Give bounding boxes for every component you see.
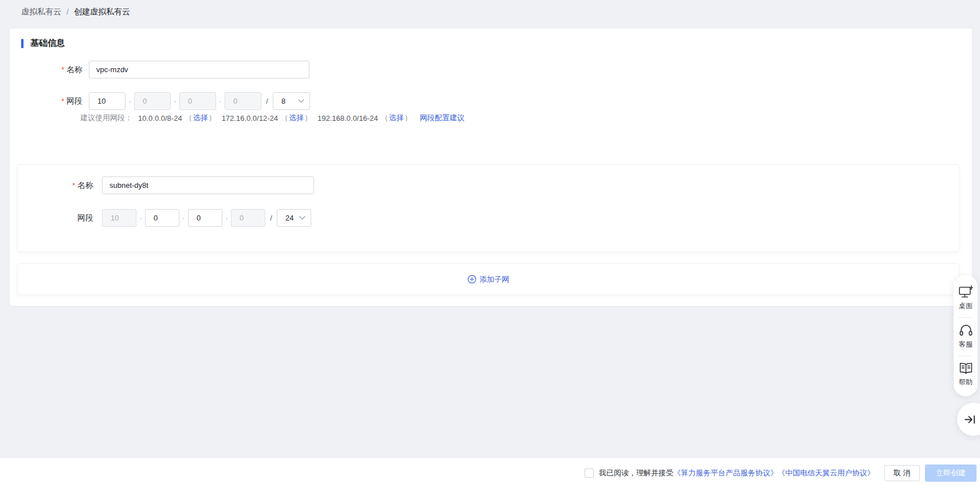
subnet-cidr-mask-select[interactable]: 24	[277, 209, 311, 227]
paren: ）	[209, 113, 216, 123]
required-asterisk: *	[72, 181, 75, 190]
chevron-down-icon	[299, 216, 305, 220]
subnet-cidr-octet-3[interactable]	[188, 209, 222, 227]
user-agreement-link[interactable]: 《中国电信天翼云用户协议》	[778, 468, 875, 478]
collapse-toolbar-button[interactable]	[957, 403, 980, 436]
vpc-cidr-row: *网段 · · · / 8	[10, 92, 310, 110]
required-asterisk: *	[61, 97, 64, 105]
sidebar-item-label: 帮助	[959, 377, 973, 387]
select-cidr-link-1[interactable]: 选择	[193, 113, 208, 123]
subnet-cidr-octet-2[interactable]	[145, 209, 179, 227]
breadcrumb-parent[interactable]: 虚拟私有云	[21, 7, 61, 17]
footer-bar: 我已阅读，理解并接受 《算力服务平台产品服务协议》 《中国电信天翼云用户协议》 …	[0, 457, 980, 488]
create-vpc-card: 基础信息 *名称 *网段 · · · / 8 建议使用网段： 10.0.0.0/…	[10, 29, 972, 306]
desktop-plus-icon	[959, 285, 973, 298]
divider	[958, 317, 973, 318]
octet-dot: ·	[171, 97, 179, 105]
paren: ）	[404, 113, 411, 123]
subnet-cidr-octet-1	[102, 209, 136, 227]
breadcrumb-current: 创建虚拟私有云	[74, 7, 130, 17]
add-subnet-card: 添加子网	[17, 263, 959, 295]
vpc-cidr-octet-4	[225, 92, 261, 110]
octet-dot: ·	[222, 214, 231, 222]
subnet-cidr-octet-4	[231, 209, 265, 227]
side-toolbar: 桌面 客服 帮助	[954, 275, 978, 396]
octet-dot: ·	[179, 214, 188, 222]
paren: ）	[304, 113, 312, 123]
paren: （	[381, 113, 388, 123]
divider	[958, 356, 973, 356]
paren: （	[185, 113, 193, 123]
sidebar-item-desktop[interactable]: 桌面	[959, 282, 973, 314]
platform-agreement-link[interactable]: 《算力服务平台产品服务协议》	[673, 468, 778, 478]
vpc-cidr-octet-1[interactable]	[89, 92, 126, 110]
subnet-name-input[interactable]	[102, 176, 314, 194]
vpc-cidr-octet-3	[179, 92, 216, 110]
suggestion-label: 建议使用网段：	[80, 113, 132, 123]
select-cidr-link-3[interactable]: 选择	[389, 113, 403, 123]
octet-dot: ·	[126, 97, 134, 105]
subnet-cidr-row: 网段 · · · / 24	[18, 209, 311, 227]
collapse-right-icon	[965, 415, 975, 424]
circle-plus-icon	[468, 275, 476, 284]
sidebar-item-label: 桌面	[959, 301, 973, 311]
select-cidr-link-2[interactable]: 选择	[289, 113, 304, 123]
sidebar-item-help[interactable]: 帮助	[959, 359, 973, 391]
breadcrumb-separator: /	[66, 7, 69, 17]
create-now-button[interactable]: 立即创建	[925, 465, 977, 482]
agreement-text: 我已阅读，理解并接受	[599, 468, 673, 478]
required-asterisk: *	[61, 65, 64, 74]
cancel-button[interactable]: 取 消	[884, 465, 920, 481]
section-bar	[21, 39, 23, 48]
add-subnet-label: 添加子网	[480, 274, 509, 285]
vpc-name-input[interactable]	[89, 61, 309, 78]
subnet-name-row: *名称	[18, 176, 314, 194]
cidr-suggestion-row: 建议使用网段： 10.0.0.0/8-24 （ 选择 ） 172.16.0.0/…	[80, 113, 464, 123]
sidebar-item-support[interactable]: 客服	[959, 321, 973, 353]
cidr-slash: /	[261, 97, 273, 105]
subnet-cidr-mask-value: 24	[285, 214, 293, 222]
octet-dot: ·	[136, 214, 145, 222]
cidr-slash: /	[265, 214, 277, 222]
subnet-name-label: *名称	[18, 180, 93, 191]
subnet-card: *名称 网段 · · · / 24	[17, 164, 959, 252]
vpc-name-label: *名称	[10, 65, 83, 75]
octet-dot: ·	[216, 97, 225, 105]
vpc-cidr-mask-select[interactable]: 8	[273, 92, 310, 110]
paren: （	[281, 113, 288, 123]
headset-icon	[959, 324, 973, 337]
chevron-down-icon	[298, 99, 304, 103]
vpc-cidr-mask-value: 8	[281, 97, 285, 105]
basic-info-section-header: 基础信息	[21, 38, 65, 49]
cidr-config-advice-link[interactable]: 网段配置建议	[420, 113, 464, 123]
book-icon	[959, 363, 973, 375]
basic-info-title: 基础信息	[30, 38, 65, 49]
vpc-cidr-label: *网段	[10, 96, 83, 107]
vpc-cidr-octet-2	[134, 92, 171, 110]
add-subnet-button[interactable]: 添加子网	[468, 274, 509, 285]
suggested-cidr-2: 172.16.0.0/12-24	[222, 114, 278, 123]
breadcrumb: 虚拟私有云 / 创建虚拟私有云	[21, 7, 130, 17]
vpc-name-row: *名称	[10, 61, 309, 78]
subnet-cidr-label: 网段	[18, 213, 93, 223]
agreement-checkbox[interactable]	[585, 469, 594, 478]
suggested-cidr-3: 192.168.0.0/16-24	[317, 114, 378, 123]
suggested-cidr-1: 10.0.0.0/8-24	[138, 114, 182, 123]
sidebar-item-label: 客服	[959, 340, 973, 349]
